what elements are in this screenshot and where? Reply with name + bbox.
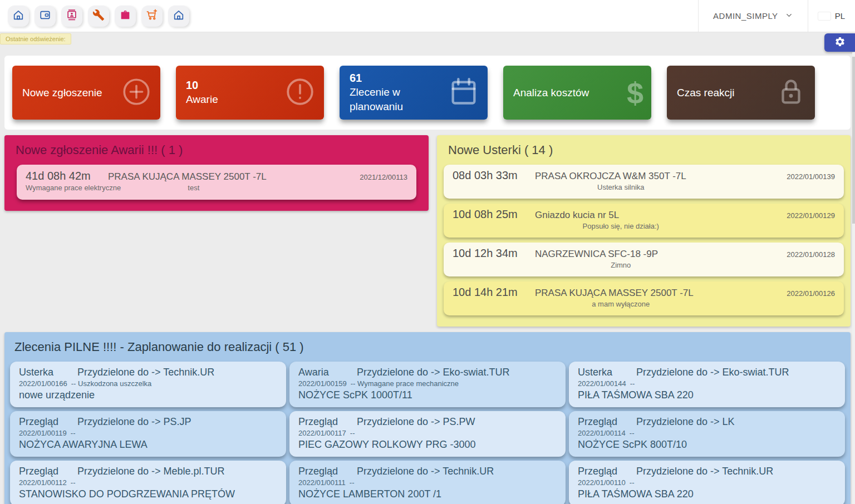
calendar-icon xyxy=(448,76,480,110)
urgent-orders-panel: Zlecenia PILNE !!!! - Zaplanowanie do re… xyxy=(4,332,851,504)
home-secondary-button[interactable] xyxy=(168,6,189,27)
scrollbar-thumb[interactable] xyxy=(852,57,855,224)
item-duration: 41d 08h 42m xyxy=(26,170,108,182)
order-card[interactable]: PrzeglądPrzydzielone do -> PS.JP 2022/01… xyxy=(10,411,286,457)
home-button[interactable] xyxy=(8,6,29,27)
user-menu[interactable]: ADMIN_SIMPLY xyxy=(698,0,808,32)
defect-item[interactable]: 10d 14h 21m PRASA KUJĄCA MASSEY 2500T -7… xyxy=(444,281,844,315)
order-note: -- Uszkodzona uszczelka xyxy=(71,379,152,388)
order-card[interactable]: UsterkaPrzydzielone do -> Eko-swiat.TUR … xyxy=(569,362,845,407)
poland-flag-icon xyxy=(818,12,831,20)
order-ref: 2022/01/00112 xyxy=(19,478,67,487)
new-failures-panel: Nowe zgłoszenie Awarii !!! ( 1 ) 41d 08h… xyxy=(4,135,429,211)
order-card[interactable]: PrzeglądPrzydzielone do -> Technik.UR 20… xyxy=(289,461,566,504)
item-title: PRASA KUJĄCA MASSEY 2500T -7L xyxy=(535,288,787,299)
order-type: Przegląd xyxy=(19,416,77,428)
dollar-icon: $ xyxy=(627,78,643,108)
action-cards-panel: Nowe zgłoszenie 10 Awarie 61 Zlecenie w … xyxy=(4,56,851,130)
card-label: Awarie xyxy=(186,92,283,107)
item-ref: 2022/01/00129 xyxy=(787,211,835,220)
order-assigned: Przydzielone do -> Eko-swiat.TUR xyxy=(636,367,789,378)
order-note: -- xyxy=(350,429,355,437)
sub-toolbar-strip: Ostatnie odświeżenie: xyxy=(0,32,855,52)
item-note: a mam wyłączone xyxy=(592,300,650,308)
item-ref: 2022/01/00139 xyxy=(787,172,835,181)
card-label: Analiza kosztów xyxy=(513,86,611,100)
order-machine: NOŻYCE ScPK 1000T/11 xyxy=(298,389,557,401)
wallet-button[interactable] xyxy=(35,6,56,27)
item-note: Popsuło się, nie działa:) xyxy=(583,222,659,230)
failures-card[interactable]: 10 Awarie xyxy=(176,66,324,120)
order-note: -- xyxy=(630,379,635,388)
order-machine: NOŻYCA AWARYJNA LEWA xyxy=(19,439,277,451)
maintenance-button[interactable] xyxy=(88,6,109,27)
order-note: -- xyxy=(71,429,76,437)
order-machine: STANOWISKO DO PODGRZEWANIA PRĘTÓW xyxy=(19,488,277,500)
urgent-orders-grid: UsterkaPrzydzielone do -> Technik.UR 202… xyxy=(10,362,845,504)
order-card[interactable]: UsterkaPrzydzielone do -> Technik.UR 202… xyxy=(10,362,286,407)
order-machine: NOŻYCE LAMBERTON 200T /1 xyxy=(298,488,557,500)
order-assigned: Przydzielone do -> PS.PW xyxy=(357,416,475,428)
item-title: Gniazdo kucia nr 5L xyxy=(535,210,787,221)
panel-title: Nowe zgłoszenie Awarii !!! ( 1 ) xyxy=(16,143,417,157)
home-icon xyxy=(12,9,24,23)
item-note: Wymagane prace elektryczne xyxy=(26,184,121,192)
order-note: -- xyxy=(350,478,355,487)
wrench-icon xyxy=(92,9,105,23)
home-icon xyxy=(173,9,185,23)
order-ref: 2022/01/00144 xyxy=(578,379,626,388)
item-duration: 10d 08h 25m xyxy=(453,208,535,221)
item-ref: 2022/01/00126 xyxy=(787,289,835,298)
defect-item[interactable]: 10d 08h 25m Gniazdo kucia nr 5L 2022/01/… xyxy=(444,204,844,238)
item-ref: 2022/01/00128 xyxy=(787,250,835,259)
order-assigned: Przydzielone do -> Technik.UR xyxy=(77,367,214,378)
order-ref: 2022/01/00166 xyxy=(19,379,67,388)
order-card[interactable]: PrzeglądPrzydzielone do -> Technik.UR 20… xyxy=(569,461,845,504)
defect-item[interactable]: 08d 03h 33m PRASA OKROJCZA W&M 350T -7L … xyxy=(444,165,844,199)
reaction-time-card[interactable]: Czas reakcji xyxy=(667,66,815,120)
item-duration: 08d 03h 33m xyxy=(453,169,535,182)
chevron-down-icon xyxy=(785,11,793,21)
planned-orders-card[interactable]: 61 Zlecenie w planowaniu xyxy=(340,66,488,120)
order-machine: nowe urządzenie xyxy=(19,389,277,401)
defect-item[interactable]: 10d 12h 34m NAGRZEWNICA SFC-18 -9P 2022/… xyxy=(444,243,844,276)
top-toolbar: ADMIN_SIMPLY PL xyxy=(0,0,855,32)
settings-button[interactable] xyxy=(824,33,855,52)
shop-button[interactable] xyxy=(141,6,163,27)
order-assigned: Przydzielone do -> Meble.pl.TUR xyxy=(77,466,225,477)
order-card[interactable]: PrzeglądPrzydzielone do -> PS.PW 2022/01… xyxy=(289,411,566,457)
order-ref: 2022/01/00114 xyxy=(578,429,626,437)
wallet-icon xyxy=(39,9,51,23)
panel-title: Zlecenia PILNE !!!! - Zaplanowanie do re… xyxy=(14,340,841,354)
order-note: -- xyxy=(71,478,76,487)
order-type: Przegląd xyxy=(19,466,77,477)
order-type: Przegląd xyxy=(298,416,357,428)
order-card[interactable]: PrzeglądPrzydzielone do -> LK 2022/01/00… xyxy=(569,411,845,457)
new-report-card[interactable]: Nowe zgłoszenie xyxy=(12,66,160,120)
scrollbar[interactable] xyxy=(852,52,855,504)
order-note: -- Wymagane prace mechaniczne xyxy=(351,379,459,388)
item-ref: 2021/12/00113 xyxy=(360,173,407,181)
card-label: Nowe zgłoszenie xyxy=(22,86,120,100)
cost-analysis-card[interactable]: Analiza kosztów $ xyxy=(503,66,651,120)
item-note: Usterka silnika xyxy=(597,183,645,191)
order-assigned: Przydzielone do -> Technik.UR xyxy=(636,466,773,477)
panel-title: Nowe Usterki ( 14 ) xyxy=(448,143,839,157)
user-menu-label: ADMIN_SIMPLY xyxy=(713,11,778,21)
order-type: Usterka xyxy=(578,367,636,378)
failure-item[interactable]: 41d 08h 42m PRASA KUJĄCA MASSEY 2500T -7… xyxy=(17,165,416,200)
briefcase-button[interactable] xyxy=(115,6,136,27)
order-card[interactable]: PrzeglądPrzydzielone do -> Meble.pl.TUR … xyxy=(10,461,286,504)
exclamation-circle-icon xyxy=(284,76,316,110)
order-ref: 2022/01/00159 xyxy=(298,379,347,388)
order-note: -- xyxy=(630,429,635,437)
new-defects-panel: Nowe Usterki ( 14 ) 08d 03h 33m PRASA OK… xyxy=(437,135,851,327)
language-selector[interactable]: PL xyxy=(808,11,855,21)
dashboard-content: Nowe zgłoszenie 10 Awarie 61 Zlecenie w … xyxy=(0,52,855,504)
id-badge-icon xyxy=(66,9,78,23)
order-card[interactable]: AwariaPrzydzielone do -> Eko-swiat.TUR 2… xyxy=(289,362,566,407)
order-ref: 2022/01/00117 xyxy=(298,429,346,437)
order-type: Usterka xyxy=(19,367,77,378)
order-machine: PIŁA TAŚMOWA SBA 220 xyxy=(578,389,836,401)
contacts-button[interactable] xyxy=(61,6,82,27)
